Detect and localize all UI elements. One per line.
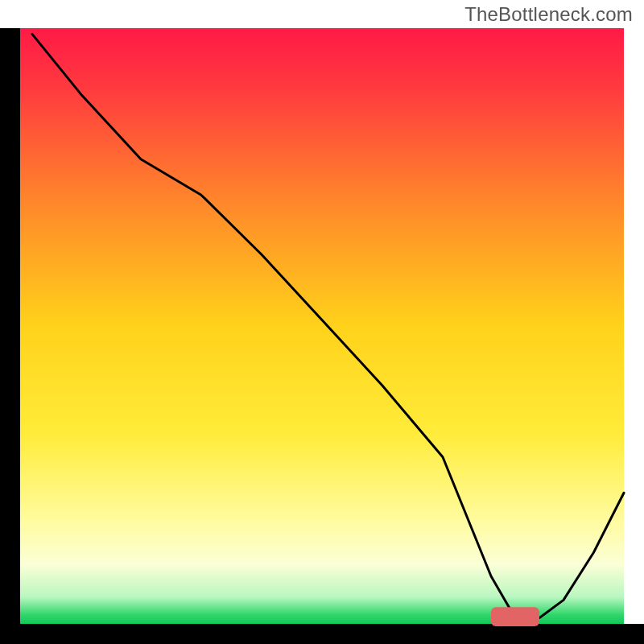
y-axis <box>0 28 20 644</box>
x-axis <box>0 624 644 644</box>
chart-container: TheBottleneck.com <box>0 0 644 644</box>
watermark-text: TheBottleneck.com <box>464 3 633 26</box>
plot-background <box>20 28 624 624</box>
optimal-range-marker <box>491 607 539 626</box>
bottleneck-chart <box>0 0 644 644</box>
